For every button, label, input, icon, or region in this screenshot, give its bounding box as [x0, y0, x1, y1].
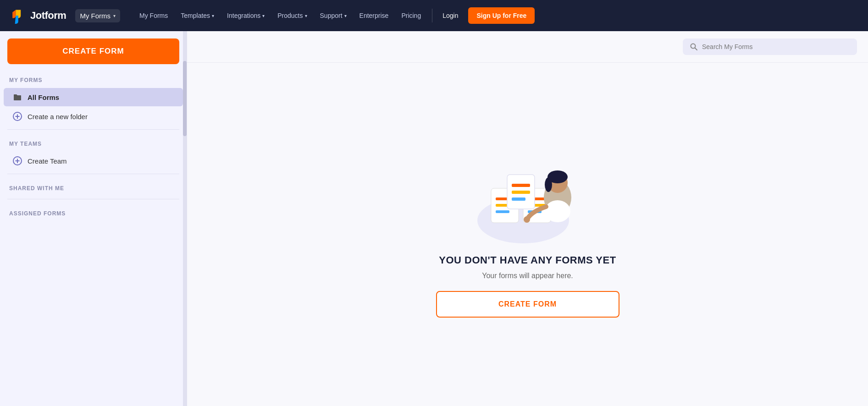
nav-my-forms[interactable]: My Forms	[134, 9, 173, 22]
folder-icon	[13, 93, 22, 102]
search-icon	[690, 43, 697, 50]
add-team-icon: +	[13, 156, 22, 165]
nav-pricing[interactable]: Pricing	[396, 9, 426, 22]
nav-enterprise[interactable]: Enterprise	[354, 9, 394, 22]
search-bar	[683, 38, 857, 55]
page-wrapper: CREATE FORM MY FORMS All Forms + Create …	[0, 31, 868, 406]
sidebar-create-form-button[interactable]: CREATE FORM	[7, 38, 179, 64]
svg-point-20	[545, 200, 570, 222]
sidebar: CREATE FORM MY FORMS All Forms + Create …	[0, 31, 187, 406]
svg-rect-15	[512, 198, 525, 201]
create-folder-label: Create a new folder	[28, 113, 88, 121]
sidebar-divider-3	[7, 199, 179, 199]
svg-rect-7	[496, 210, 509, 213]
sidebar-item-create-folder[interactable]: + Create a new folder	[4, 107, 183, 126]
svg-rect-13	[512, 184, 530, 187]
sidebar-scrollbar-track	[183, 31, 187, 406]
svg-point-21	[524, 216, 530, 223]
auth-buttons: Login Sign Up for Free	[438, 7, 535, 24]
sidebar-scroll: MY FORMS All Forms + Create a new folder…	[0, 64, 187, 406]
dropdown-chevron: ▾	[113, 13, 116, 18]
nav-support[interactable]: Support ▾	[315, 9, 352, 22]
support-arrow: ▾	[344, 13, 347, 18]
sidebar-scrollbar-thumb[interactable]	[183, 61, 187, 136]
empty-illustration	[464, 152, 592, 243]
search-input[interactable]	[702, 43, 850, 50]
dropdown-label: My Forms	[80, 12, 111, 20]
jotform-logo-icon	[9, 7, 26, 24]
navbar: Jotform My Forms ▾ My Forms Templates ▾ …	[0, 0, 868, 31]
all-forms-label: All Forms	[28, 93, 59, 101]
create-team-label: Create Team	[28, 157, 67, 165]
integrations-arrow: ▾	[262, 13, 265, 18]
empty-state: YOU DON'T HAVE ANY FORMS YET Your forms …	[436, 152, 619, 318]
empty-state-subtitle: Your forms will appear here.	[482, 272, 573, 280]
logo-text: Jotform	[30, 10, 66, 22]
my-forms-dropdown[interactable]: My Forms ▾	[75, 9, 120, 22]
products-arrow: ▾	[305, 13, 307, 18]
nav-integrations[interactable]: Integrations ▾	[221, 9, 270, 22]
signup-button[interactable]: Sign Up for Free	[468, 7, 535, 24]
shared-with-me-label: SHARED WITH ME	[0, 178, 187, 195]
empty-create-form-button[interactable]: CREATE FORM	[436, 291, 619, 318]
my-forms-section-label: MY FORMS	[0, 70, 187, 87]
nav-links: My Forms Templates ▾ Integrations ▾ Prod…	[134, 7, 859, 24]
sidebar-item-all-forms[interactable]: All Forms	[4, 88, 183, 106]
nav-templates[interactable]: Templates ▾	[175, 9, 220, 22]
nav-divider	[432, 9, 432, 22]
sidebar-divider-2	[7, 174, 179, 174]
logo-link[interactable]: Jotform	[9, 7, 66, 24]
my-teams-section-label: MY TEAMS	[0, 133, 187, 151]
nav-products[interactable]: Products ▾	[272, 9, 312, 22]
svg-point-19	[545, 177, 552, 192]
svg-line-2	[695, 48, 697, 50]
main-header	[187, 31, 868, 63]
main-content: YOU DON'T HAVE ANY FORMS YET Your forms …	[187, 31, 868, 406]
sidebar-divider-1	[7, 129, 179, 130]
sidebar-item-create-team[interactable]: + Create Team	[4, 152, 183, 170]
svg-rect-14	[512, 191, 530, 194]
add-folder-icon: +	[13, 112, 22, 121]
login-button[interactable]: Login	[438, 9, 463, 22]
empty-state-title: YOU DON'T HAVE ANY FORMS YET	[439, 254, 616, 266]
templates-arrow: ▾	[212, 13, 214, 18]
assigned-forms-label: ASSIGNED FORMS	[0, 203, 187, 220]
main-body: YOU DON'T HAVE ANY FORMS YET Your forms …	[187, 63, 868, 406]
